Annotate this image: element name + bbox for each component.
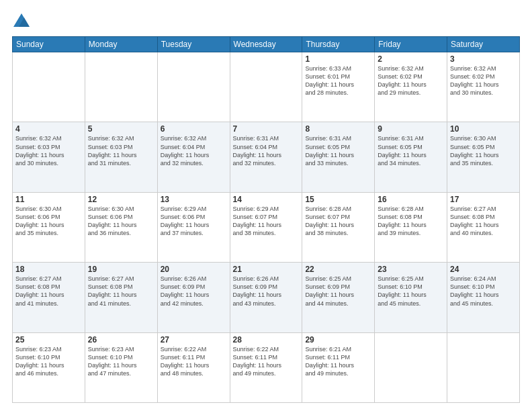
day-number: 20: [161, 265, 227, 274]
calendar-cell: [375, 332, 447, 402]
day-info: Sunrise: 6:21 AM Sunset: 6:11 PM Dayligh…: [305, 345, 371, 378]
day-info: Sunrise: 6:30 AM Sunset: 6:06 PM Dayligh…: [15, 205, 82, 238]
weekday-header: Monday: [85, 37, 157, 52]
day-number: 18: [15, 265, 82, 274]
day-number: 12: [88, 195, 154, 204]
day-number: 8: [305, 124, 371, 134]
calendar-cell: 19Sunrise: 6:27 AM Sunset: 6:08 PM Dayli…: [85, 263, 157, 332]
day-number: 21: [233, 265, 300, 274]
day-info: Sunrise: 6:33 AM Sunset: 6:01 PM Dayligh…: [305, 64, 371, 97]
calendar-cell: 28Sunrise: 6:22 AM Sunset: 6:11 PM Dayli…: [230, 332, 302, 402]
calendar-cell: 29Sunrise: 6:21 AM Sunset: 6:11 PM Dayli…: [302, 332, 375, 402]
calendar-week-row: 11Sunrise: 6:30 AM Sunset: 6:06 PM Dayli…: [13, 192, 520, 262]
page: SundayMondayTuesdayWednesdayThursdayFrid…: [0, 0, 532, 411]
day-info: Sunrise: 6:25 AM Sunset: 6:09 PM Dayligh…: [305, 275, 371, 308]
day-info: Sunrise: 6:32 AM Sunset: 6:02 PM Dayligh…: [378, 64, 444, 97]
day-number: 22: [305, 265, 371, 274]
weekday-header: Wednesday: [230, 37, 302, 52]
day-info: Sunrise: 6:24 AM Sunset: 6:10 PM Dayligh…: [450, 275, 517, 308]
weekday-header: Sunday: [13, 37, 85, 52]
calendar-cell: 11Sunrise: 6:30 AM Sunset: 6:06 PM Dayli…: [13, 192, 85, 262]
day-info: Sunrise: 6:26 AM Sunset: 6:09 PM Dayligh…: [233, 275, 300, 308]
day-number: 6: [161, 124, 227, 134]
day-info: Sunrise: 6:23 AM Sunset: 6:10 PM Dayligh…: [15, 345, 82, 378]
day-number: 1: [305, 54, 371, 64]
day-info: Sunrise: 6:28 AM Sunset: 6:08 PM Dayligh…: [378, 205, 444, 238]
weekday-header: Friday: [375, 37, 447, 52]
day-number: 2: [378, 54, 444, 64]
calendar-cell: 15Sunrise: 6:28 AM Sunset: 6:07 PM Dayli…: [302, 192, 375, 262]
day-info: Sunrise: 6:32 AM Sunset: 6:03 PM Dayligh…: [88, 134, 154, 167]
calendar-cell: 26Sunrise: 6:23 AM Sunset: 6:10 PM Dayli…: [85, 332, 157, 402]
calendar-week-row: 18Sunrise: 6:27 AM Sunset: 6:08 PM Dayli…: [13, 263, 520, 332]
day-info: Sunrise: 6:28 AM Sunset: 6:07 PM Dayligh…: [305, 205, 371, 238]
calendar-week-row: 25Sunrise: 6:23 AM Sunset: 6:10 PM Dayli…: [13, 332, 520, 402]
day-info: Sunrise: 6:32 AM Sunset: 6:04 PM Dayligh…: [161, 134, 227, 167]
weekday-header: Thursday: [302, 37, 375, 52]
calendar-cell: 2Sunrise: 6:32 AM Sunset: 6:02 PM Daylig…: [375, 52, 447, 122]
day-number: 4: [15, 124, 82, 134]
day-info: Sunrise: 6:27 AM Sunset: 6:08 PM Dayligh…: [15, 275, 82, 308]
calendar-cell: 25Sunrise: 6:23 AM Sunset: 6:10 PM Dayli…: [13, 332, 85, 402]
day-number: 14: [233, 195, 300, 204]
day-number: 11: [15, 195, 82, 204]
calendar-cell: 14Sunrise: 6:29 AM Sunset: 6:07 PM Dayli…: [230, 192, 302, 262]
calendar-cell: 13Sunrise: 6:29 AM Sunset: 6:06 PM Dayli…: [157, 192, 230, 262]
calendar-cell: 17Sunrise: 6:27 AM Sunset: 6:08 PM Dayli…: [447, 192, 520, 262]
calendar-cell: 8Sunrise: 6:31 AM Sunset: 6:05 PM Daylig…: [302, 122, 375, 192]
header: [12, 12, 520, 31]
calendar-cell: 9Sunrise: 6:31 AM Sunset: 6:05 PM Daylig…: [375, 122, 447, 192]
day-number: 24: [450, 265, 517, 274]
day-number: 5: [88, 124, 154, 134]
calendar-week-row: 4Sunrise: 6:32 AM Sunset: 6:03 PM Daylig…: [13, 122, 520, 192]
day-number: 25: [15, 335, 82, 345]
calendar-cell: 24Sunrise: 6:24 AM Sunset: 6:10 PM Dayli…: [447, 263, 520, 332]
day-info: Sunrise: 6:26 AM Sunset: 6:09 PM Dayligh…: [161, 275, 227, 308]
day-info: Sunrise: 6:23 AM Sunset: 6:10 PM Dayligh…: [88, 345, 154, 378]
day-number: 29: [305, 335, 371, 345]
day-info: Sunrise: 6:29 AM Sunset: 6:07 PM Dayligh…: [233, 205, 300, 238]
day-number: 3: [450, 54, 517, 64]
calendar-cell: 5Sunrise: 6:32 AM Sunset: 6:03 PM Daylig…: [85, 122, 157, 192]
day-number: 7: [233, 124, 300, 134]
calendar-cell: [230, 52, 302, 122]
calendar-cell: 4Sunrise: 6:32 AM Sunset: 6:03 PM Daylig…: [13, 122, 85, 192]
header-row: SundayMondayTuesdayWednesdayThursdayFrid…: [13, 37, 520, 52]
day-number: 23: [378, 265, 444, 274]
day-info: Sunrise: 6:32 AM Sunset: 6:02 PM Dayligh…: [450, 64, 517, 97]
calendar-cell: 6Sunrise: 6:32 AM Sunset: 6:04 PM Daylig…: [157, 122, 230, 192]
calendar-cell: 1Sunrise: 6:33 AM Sunset: 6:01 PM Daylig…: [302, 52, 375, 122]
day-info: Sunrise: 6:27 AM Sunset: 6:08 PM Dayligh…: [88, 275, 154, 308]
logo: [12, 12, 32, 31]
day-number: 15: [305, 195, 371, 204]
calendar-cell: 3Sunrise: 6:32 AM Sunset: 6:02 PM Daylig…: [447, 52, 520, 122]
day-number: 9: [378, 124, 444, 134]
calendar-cell: 18Sunrise: 6:27 AM Sunset: 6:08 PM Dayli…: [13, 263, 85, 332]
day-info: Sunrise: 6:30 AM Sunset: 6:05 PM Dayligh…: [450, 134, 517, 167]
day-info: Sunrise: 6:31 AM Sunset: 6:05 PM Dayligh…: [378, 134, 444, 167]
calendar-cell: [13, 52, 85, 122]
day-number: 19: [88, 265, 154, 274]
day-info: Sunrise: 6:25 AM Sunset: 6:10 PM Dayligh…: [378, 275, 444, 308]
calendar-cell: [85, 52, 157, 122]
day-info: Sunrise: 6:29 AM Sunset: 6:06 PM Dayligh…: [161, 205, 227, 238]
day-number: 10: [450, 124, 517, 134]
calendar-cell: [447, 332, 520, 402]
day-info: Sunrise: 6:22 AM Sunset: 6:11 PM Dayligh…: [233, 345, 300, 378]
day-number: 13: [161, 195, 227, 204]
calendar-cell: 12Sunrise: 6:30 AM Sunset: 6:06 PM Dayli…: [85, 192, 157, 262]
day-info: Sunrise: 6:32 AM Sunset: 6:03 PM Dayligh…: [15, 134, 82, 167]
calendar-cell: [157, 52, 230, 122]
calendar-cell: 16Sunrise: 6:28 AM Sunset: 6:08 PM Dayli…: [375, 192, 447, 262]
calendar-cell: 10Sunrise: 6:30 AM Sunset: 6:05 PM Dayli…: [447, 122, 520, 192]
calendar-cell: 27Sunrise: 6:22 AM Sunset: 6:11 PM Dayli…: [157, 332, 230, 402]
calendar-cell: 20Sunrise: 6:26 AM Sunset: 6:09 PM Dayli…: [157, 263, 230, 332]
calendar-cell: 22Sunrise: 6:25 AM Sunset: 6:09 PM Dayli…: [302, 263, 375, 332]
day-info: Sunrise: 6:31 AM Sunset: 6:04 PM Dayligh…: [233, 134, 300, 167]
day-number: 16: [378, 195, 444, 204]
day-info: Sunrise: 6:30 AM Sunset: 6:06 PM Dayligh…: [88, 205, 154, 238]
weekday-header: Tuesday: [157, 37, 230, 52]
calendar-cell: 23Sunrise: 6:25 AM Sunset: 6:10 PM Dayli…: [375, 263, 447, 332]
calendar: SundayMondayTuesdayWednesdayThursdayFrid…: [12, 36, 520, 403]
day-number: 27: [161, 335, 227, 345]
